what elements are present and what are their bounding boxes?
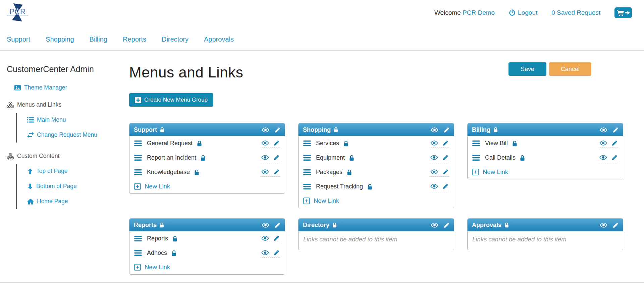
sidebar-section-custom-content: Custom Content: [7, 153, 129, 160]
new-link-label: New Link: [145, 183, 170, 190]
new-link-button[interactable]: New Link: [129, 179, 285, 193]
plus-square-outline-icon: [134, 264, 141, 271]
drag-handle-icon[interactable]: [134, 140, 142, 146]
nav-item-support[interactable]: Support: [7, 36, 30, 43]
new-link-button[interactable]: New Link: [468, 165, 623, 179]
cancel-button[interactable]: Cancel: [549, 62, 591, 76]
lock-icon: [334, 127, 338, 132]
pencil-icon[interactable]: [612, 140, 618, 146]
save-button[interactable]: Save: [508, 62, 546, 76]
saved-request-link[interactable]: 0 Saved Request: [551, 9, 600, 16]
eye-icon[interactable]: [261, 140, 269, 146]
pencil-icon[interactable]: [274, 155, 279, 160]
create-new-menu-group-button[interactable]: Create New Menu Group: [129, 93, 213, 107]
drag-handle-icon[interactable]: [303, 155, 311, 161]
sidebar-item-top-of-page[interactable]: Top of Page: [27, 168, 129, 175]
lock-icon: [197, 140, 202, 147]
main-menu-label: Main Menu: [37, 116, 66, 123]
menu-link-label: Reports: [147, 235, 168, 242]
drag-handle-icon[interactable]: [303, 169, 311, 175]
menu-group-header: Support: [129, 123, 285, 136]
welcome-text: Welcome PCR Demo: [434, 9, 495, 16]
eye-icon[interactable]: [600, 223, 607, 228]
nav-item-billing[interactable]: Billing: [90, 36, 107, 43]
sidebar-item-change-request-menu[interactable]: Change Request Menu: [27, 131, 129, 138]
nav-item-reports[interactable]: Reports: [123, 36, 146, 43]
lock-icon: [194, 169, 199, 175]
eye-icon[interactable]: [600, 127, 607, 132]
new-link-button[interactable]: New Link: [129, 260, 285, 274]
sidebar-title: CustomerCenter Admin: [7, 64, 129, 74]
sidebar-item-bottom-of-page[interactable]: Bottom of Page: [27, 183, 129, 190]
drag-handle-icon[interactable]: [472, 155, 480, 161]
eye-icon[interactable]: [599, 140, 607, 146]
menu-group-header: Billing: [468, 123, 623, 136]
drag-handle-icon[interactable]: [134, 236, 142, 241]
saved-request-cart-button[interactable]: [614, 7, 632, 18]
link-actions: [261, 234, 280, 243]
eye-icon[interactable]: [261, 236, 269, 241]
sidebar-item-home-page[interactable]: Home Page: [27, 198, 129, 205]
pencil-icon[interactable]: [443, 169, 448, 175]
drag-handle-icon[interactable]: [303, 184, 311, 189]
menu-group-card: BillingView BillCall DetailsNew Link: [467, 123, 623, 179]
eye-icon[interactable]: [261, 169, 269, 174]
drag-handle-icon[interactable]: [472, 140, 480, 146]
plus-square-outline-icon: [134, 183, 141, 190]
pencil-icon[interactable]: [274, 169, 279, 175]
eye-icon[interactable]: [262, 127, 269, 132]
pencil-icon[interactable]: [613, 222, 619, 228]
eye-icon[interactable]: [262, 223, 269, 228]
eye-icon[interactable]: [430, 169, 438, 174]
drag-handle-icon[interactable]: [134, 250, 142, 256]
eye-icon[interactable]: [430, 140, 438, 146]
link-actions: [430, 168, 449, 177]
eye-icon[interactable]: [261, 155, 269, 160]
drag-handle-icon[interactable]: [134, 155, 142, 161]
eye-icon[interactable]: [431, 127, 438, 132]
eye-icon[interactable]: [431, 223, 438, 228]
drag-handle-icon[interactable]: [303, 140, 311, 146]
pencil-icon[interactable]: [274, 235, 279, 241]
nav-item-approvals[interactable]: Approvals: [204, 36, 234, 43]
sidebar-item-theme-manager[interactable]: Theme Manager: [14, 84, 129, 91]
lock-icon: [347, 169, 352, 175]
pcr-logo[interactable]: PCR: [6, 3, 29, 23]
menu-link-row: Knowledgebase: [129, 165, 285, 179]
user-name-link[interactable]: PCR Demo: [463, 9, 495, 16]
shopping-cart-icon: [617, 10, 624, 16]
pencil-icon[interactable]: [444, 127, 449, 133]
image-icon: [14, 85, 21, 91]
logout-label: Logout: [518, 9, 537, 16]
pencil-icon[interactable]: [612, 155, 618, 160]
drag-handle-icon[interactable]: [134, 169, 142, 175]
pencil-icon[interactable]: [443, 140, 448, 146]
custom-content-label: Custom Content: [17, 153, 59, 160]
pencil-icon[interactable]: [275, 222, 280, 228]
pencil-icon[interactable]: [443, 155, 448, 160]
menu-link-label: View Bill: [485, 140, 508, 147]
eye-icon[interactable]: [599, 155, 607, 160]
pencil-icon[interactable]: [275, 127, 280, 133]
menu-link-row: Adhocs: [129, 246, 285, 260]
new-link-button[interactable]: New Link: [299, 194, 454, 208]
pencil-icon[interactable]: [443, 183, 448, 189]
pencil-icon[interactable]: [613, 127, 619, 133]
eye-icon[interactable]: [430, 155, 438, 160]
menu-group-title: Billing: [472, 126, 490, 133]
link-actions: [261, 168, 280, 177]
menu-link-label: Report an Incident: [147, 154, 196, 161]
page-bottom-divider: [0, 282, 644, 283]
nav-item-directory[interactable]: Directory: [162, 36, 189, 43]
sidebar-item-main-menu[interactable]: Main Menu: [27, 116, 129, 123]
pencil-icon[interactable]: [274, 250, 279, 256]
lock-icon: [172, 236, 177, 242]
lock-icon: [171, 250, 176, 256]
group-actions: [600, 222, 619, 228]
eye-icon[interactable]: [261, 250, 269, 255]
pencil-icon[interactable]: [274, 140, 279, 146]
eye-icon[interactable]: [430, 184, 438, 189]
logout-button[interactable]: Logout: [509, 9, 537, 16]
pencil-icon[interactable]: [444, 222, 449, 228]
nav-item-shopping[interactable]: Shopping: [46, 36, 74, 43]
